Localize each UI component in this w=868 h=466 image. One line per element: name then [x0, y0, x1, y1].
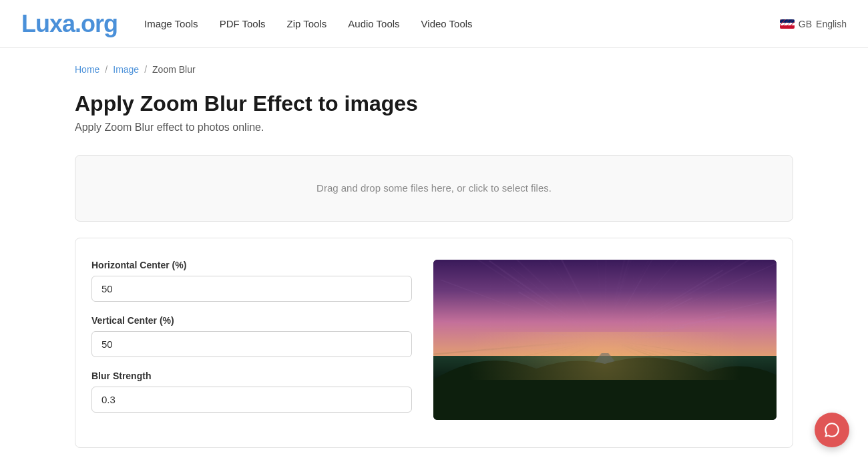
settings-form: Horizontal Center (%) Vertical Center (%…	[91, 260, 412, 426]
nav-pdf-tools[interactable]: PDF Tools	[220, 18, 266, 29]
lang-label: English	[816, 19, 847, 29]
dropzone-text: Drag and drop some files here, or click …	[316, 182, 552, 194]
nav-image-tools[interactable]: Image Tools	[144, 18, 198, 29]
breadcrumb-sep-2: /	[144, 64, 147, 75]
settings-panel: Horizontal Center (%) Vertical Center (%…	[75, 238, 793, 448]
blur-strength-label: Blur Strength	[91, 371, 412, 381]
breadcrumb-sep-1: /	[105, 64, 107, 75]
chat-icon	[823, 421, 841, 439]
page-subtitle: Apply Zoom Blur effect to photos online.	[75, 122, 793, 134]
vertical-center-group: Vertical Center (%)	[91, 315, 412, 357]
nav-audio-tools[interactable]: Audio Tools	[348, 18, 399, 29]
main-nav: Image Tools PDF Tools Zip Tools Audio To…	[144, 18, 780, 29]
vertical-center-label: Vertical Center (%)	[91, 315, 412, 326]
blur-strength-input[interactable]	[91, 387, 412, 413]
lang-flag-label: GB	[799, 19, 812, 29]
breadcrumb-home[interactable]: Home	[75, 64, 99, 75]
horizontal-center-input[interactable]	[91, 276, 412, 302]
blur-strength-group: Blur Strength	[91, 371, 412, 413]
flag-icon	[780, 19, 795, 29]
preview-image-container	[433, 260, 777, 420]
header: Luxa.org Image Tools PDF Tools Zip Tools…	[0, 0, 868, 48]
logo[interactable]: Luxa.org	[21, 10, 118, 38]
vertical-center-input[interactable]	[91, 331, 412, 357]
language-selector[interactable]: GB English	[780, 19, 847, 29]
horizontal-center-label: Horizontal Center (%)	[91, 260, 412, 270]
breadcrumb: Home / Image / Zoom Blur	[75, 64, 793, 75]
chat-button[interactable]	[815, 413, 849, 447]
breadcrumb-current: Zoom Blur	[152, 64, 196, 75]
nav-zip-tools[interactable]: Zip Tools	[287, 18, 327, 29]
page-title: Apply Zoom Blur Effect to images	[75, 91, 793, 116]
breadcrumb-image[interactable]: Image	[113, 64, 139, 75]
main-content: Home / Image / Zoom Blur Apply Zoom Blur…	[53, 48, 815, 466]
preview-canvas	[433, 260, 777, 420]
file-dropzone[interactable]: Drag and drop some files here, or click …	[75, 155, 793, 222]
horizontal-center-group: Horizontal Center (%)	[91, 260, 412, 302]
nav-video-tools[interactable]: Video Tools	[421, 18, 473, 29]
